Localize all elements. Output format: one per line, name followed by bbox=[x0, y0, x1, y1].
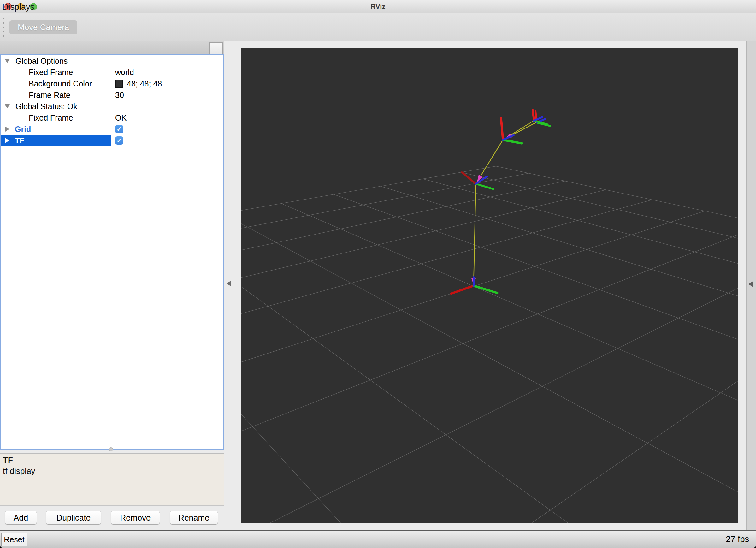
row-global-options-name[interactable]: Global Options bbox=[1, 55, 111, 67]
tree-row-status-fixed-frame: Fixed Frame OK bbox=[1, 112, 223, 123]
row-global-status-name[interactable]: Global Status: Ok bbox=[1, 101, 111, 112]
toolbar-drag-handle-icon[interactable] bbox=[3, 18, 4, 37]
displays-tree[interactable]: Global Options Fixed Frame world Backgro… bbox=[0, 54, 224, 450]
expand-triangle-icon[interactable] bbox=[5, 127, 9, 132]
move-camera-tool-button[interactable]: Move Camera bbox=[9, 20, 77, 34]
row-label: Global Status: Ok bbox=[15, 102, 77, 111]
panel-resize-gutter[interactable] bbox=[224, 41, 241, 530]
tree-row-global-options: Global Options bbox=[1, 55, 223, 67]
row-fixed-frame-name[interactable]: Fixed Frame bbox=[1, 67, 111, 78]
row-tf-name[interactable]: TF bbox=[1, 135, 111, 146]
expand-triangle-icon[interactable] bbox=[5, 138, 9, 143]
description-panel: TF tf display bbox=[0, 453, 224, 506]
reset-button[interactable]: Reset bbox=[1, 533, 27, 546]
panel-splitter-handle[interactable] bbox=[109, 447, 113, 451]
fps-counter: 27 fps bbox=[726, 531, 749, 548]
tree-row-background-color: Background Color 48; 48; 48 bbox=[1, 78, 223, 89]
grid-enabled-checkbox[interactable]: ✓ bbox=[115, 125, 123, 133]
description-title: TF bbox=[3, 455, 13, 465]
remove-button[interactable]: Remove bbox=[111, 511, 160, 525]
tree-row-tf: TF ✓ bbox=[1, 135, 223, 146]
right-collapsed-panel[interactable] bbox=[739, 41, 756, 530]
rename-button[interactable]: Rename bbox=[170, 511, 218, 525]
toolbar: Move Camera bbox=[0, 13, 756, 41]
status-bar: Reset 27 fps bbox=[0, 530, 756, 548]
row-status-fixed-frame-name[interactable]: Fixed Frame bbox=[1, 112, 111, 123]
tree-row-fixed-frame: Fixed Frame world bbox=[1, 67, 223, 78]
displays-panel-header[interactable] bbox=[0, 41, 224, 54]
collapse-right-arrow-icon[interactable] bbox=[748, 281, 753, 287]
row-frame-rate-name[interactable]: Frame Rate bbox=[1, 89, 111, 101]
displays-panel-title: Displays bbox=[2, 0, 34, 13]
color-swatch[interactable] bbox=[115, 80, 123, 88]
fixed-frame-value[interactable]: world bbox=[111, 67, 134, 78]
tree-row-grid: Grid ✓ bbox=[1, 123, 223, 135]
title-bar[interactable]: RViz bbox=[0, 0, 756, 13]
row-label: Background Color bbox=[29, 79, 92, 88]
collapse-triangle-icon[interactable] bbox=[5, 104, 10, 108]
rviz-window: RViz Move Camera Displays Global Options… bbox=[0, 0, 756, 548]
tf-enabled-checkbox[interactable]: ✓ bbox=[115, 136, 123, 144]
row-background-color-name[interactable]: Background Color bbox=[1, 78, 111, 89]
row-label: Grid bbox=[15, 125, 31, 134]
render-viewport[interactable] bbox=[241, 48, 738, 523]
row-label: Fixed Frame bbox=[29, 113, 73, 122]
value-text: 30 bbox=[115, 91, 124, 100]
tree-row-frame-rate: Frame Rate 30 bbox=[1, 89, 223, 101]
collapse-triangle-icon[interactable] bbox=[5, 59, 10, 63]
add-button[interactable]: Add bbox=[5, 511, 37, 525]
background-color-value[interactable]: 48; 48; 48 bbox=[111, 78, 162, 89]
row-label: Global Options bbox=[15, 56, 68, 66]
panel-float-button[interactable] bbox=[209, 42, 223, 55]
row-label: Fixed Frame bbox=[29, 68, 73, 77]
row-label: Frame Rate bbox=[29, 91, 70, 100]
description-text: tf display bbox=[3, 466, 35, 476]
duplicate-button[interactable]: Duplicate bbox=[46, 511, 101, 525]
tree-row-global-status: Global Status: Ok bbox=[1, 101, 223, 112]
row-label: TF bbox=[15, 136, 25, 145]
row-grid-name[interactable]: Grid bbox=[1, 123, 111, 135]
frame-rate-value[interactable]: 30 bbox=[111, 89, 124, 101]
window-title: RViz bbox=[0, 0, 756, 13]
splitter-line[interactable] bbox=[233, 41, 233, 530]
value-text: 48; 48; 48 bbox=[127, 79, 162, 88]
value-text: world bbox=[115, 68, 134, 77]
collapse-left-arrow-icon[interactable] bbox=[227, 281, 231, 286]
tf-scene bbox=[241, 48, 738, 523]
status-value: OK bbox=[111, 112, 127, 123]
value-text: OK bbox=[115, 113, 127, 122]
